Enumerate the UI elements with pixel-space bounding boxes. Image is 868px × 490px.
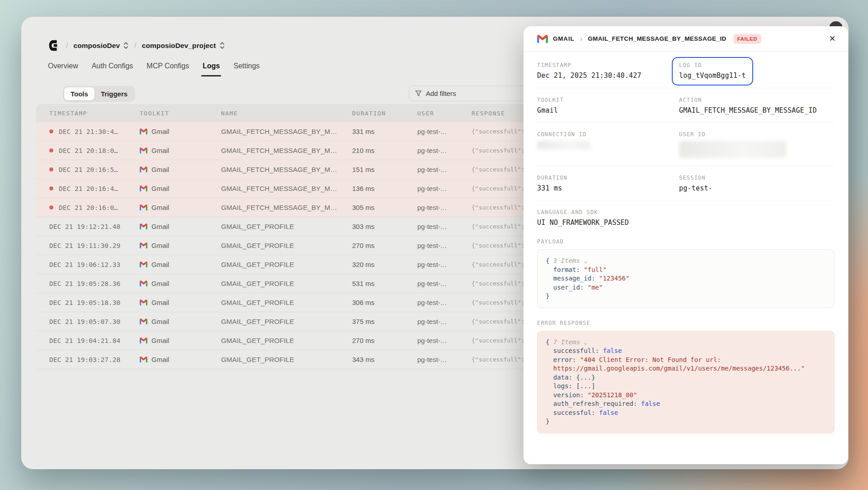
code-line: error: "404 Client Error: Not Found for … [546,356,826,365]
code-token: : [591,409,599,416]
timestamp-text: DEC 21 19:05:07.30 [49,318,120,325]
collapse-toggle-icon[interactable]: ⌄ [580,338,588,346]
cell-duration: 375 ms [352,318,417,325]
field-label: SESSION [679,175,835,181]
tab-mcp-configs[interactable]: MCP Configs [146,62,189,76]
cell-duration: 305 ms [352,204,417,211]
tab-auth-configs[interactable]: Auth Configs [92,62,133,76]
code-token: { [546,257,553,264]
cell-name: GMAIL_GET_PROFILE [221,242,352,249]
cell-user: pg-test-… [417,166,472,173]
cell-user: pg-test-… [417,280,472,287]
gmail-icon [140,262,147,267]
timestamp-text: DEC 21 21:30:4… [59,128,118,135]
code-token: "full" [584,266,607,273]
code-token: : [580,284,588,291]
panel-toolkit-name: GMAIL [553,35,575,42]
project-name: composioDev_project [142,42,216,50]
field-row: DURATION 331 ms SESSION pg-test- [537,166,835,200]
cell-user: pg-test-… [417,223,472,230]
failed-status-dot [49,129,53,133]
tab-logs[interactable]: Logs [203,62,220,76]
cell-user: pg-test-… [417,204,472,211]
toolkit-text: Gmail [151,166,169,173]
code-token: } [546,418,549,425]
tab-settings[interactable]: Settings [233,62,259,76]
cell-timestamp: DEC 21 20:16:0… [49,204,140,211]
tools-triggers-toggle: ToolsTriggers [63,86,135,102]
segment-triggers[interactable]: Triggers [94,87,134,100]
composio-logo-icon[interactable] [48,39,61,52]
cell-duration: 531 ms [352,280,417,287]
toolkit-text: Gmail [151,128,169,135]
timestamp-text: DEC 21 20:18:0… [59,147,118,154]
cell-timestamp: DEC 21 19:05:28.36 [49,280,140,287]
org-name: composioDev [73,42,120,50]
code-token: : [572,356,580,363]
code-token: "20251218_00" [588,391,637,399]
column-header-duration: DURATION [352,110,417,117]
close-icon[interactable]: × [830,33,835,44]
code-token [546,266,553,273]
timestamp-text: DEC 21 19:05:28.36 [49,280,120,287]
field-language-sdk: LANGUAGE AND SDK UI NO_FRAMEWORK_PASSED [537,209,835,227]
code-token: message_id [553,275,591,282]
gmail-icon [140,357,147,362]
cell-name: GMAIL_FETCH_MESSAGE_BY_M… [221,128,352,135]
collapse-toggle-icon[interactable]: ⌄ [580,257,588,264]
cell-timestamp: DEC 21 19:11:30.29 [49,242,140,249]
cell-duration: 331 ms [352,128,417,135]
cell-name: GMAIL_GET_PROFILE [221,337,352,344]
field-duration: DURATION 331 ms [537,175,679,192]
cell-timestamp: DEC 21 20:18:0… [49,147,140,154]
code-line: successful: false [546,409,826,418]
field-user-id: USER ID [679,131,835,158]
code-token [546,284,553,291]
toolkit-text: Gmail [151,242,169,249]
field-label: DURATION [537,175,679,181]
log-id-highlight-box[interactable]: LOG ID log_tVqomBgg11-t [672,57,753,86]
field-label: TIMESTAMP [537,62,679,68]
code-line: user_id: "me" [546,283,826,292]
field-value: pg-test- [679,184,835,192]
code-token [546,391,553,399]
field-row: TOOLKIT Gmail ACTION GMAIL_FETCH_MESSAGE… [537,88,835,123]
timestamp-text: DEC 21 19:12:21.48 [49,223,120,230]
cell-name: GMAIL_FETCH_MESSAGE_BY_M… [221,204,352,211]
cell-toolkit: Gmail [140,223,221,230]
gmail-icon [140,319,147,324]
field-label: CONNECTION ID [537,131,679,138]
tab-overview[interactable]: Overview [48,62,78,76]
code-token: user_id [553,284,580,291]
cell-toolkit: Gmail [140,337,221,344]
code-line: auth_refresh_required: false [546,400,826,409]
field-value: GMAIL_FETCH_MESSAGE_BY_MESSAGE_ID [679,106,835,114]
gmail-icon [140,147,147,153]
field-label: LANGUAGE AND SDK [537,209,835,215]
field-label: LOG ID [679,62,746,68]
failed-status-dot [49,167,53,171]
panel-body: TIMESTAMP Dec 21, 2025 21:30:40.427 LOG … [524,52,848,433]
cell-toolkit: Gmail [140,128,221,135]
gmail-icon [140,167,147,172]
screen: { "breadcrumb": { "org": "composioDev", … [0,0,868,490]
column-header-toolkit: TOOLKIT [140,110,221,117]
field-value: Gmail [537,106,679,114]
cell-name: GMAIL_FETCH_MESSAGE_BY_M… [221,147,352,154]
code-token: "123456" [599,275,629,282]
cell-timestamp: DEC 21 19:05:18.30 [49,299,140,306]
code-token [546,374,553,381]
project-switcher[interactable]: composioDev_project [142,42,225,50]
cell-name: GMAIL_FETCH_MESSAGE_BY_M… [221,185,352,192]
segment-tools[interactable]: Tools [64,87,94,100]
code-token: false [603,347,622,354]
field-connection-id: CONNECTION ID [537,131,679,158]
org-switcher[interactable]: composioDev [73,42,129,50]
panel-header: GMAIL › GMAIL_FETCH_MESSAGE_BY_MESSAGE_I… [524,26,848,52]
connection-id-redacted-value [537,141,590,150]
cell-user: pg-test-… [417,261,472,268]
gmail-icon [140,338,147,343]
field-toolkit: TOOLKIT Gmail [537,97,679,114]
toolkit-text: Gmail [151,204,169,211]
code-token: version [553,391,580,399]
